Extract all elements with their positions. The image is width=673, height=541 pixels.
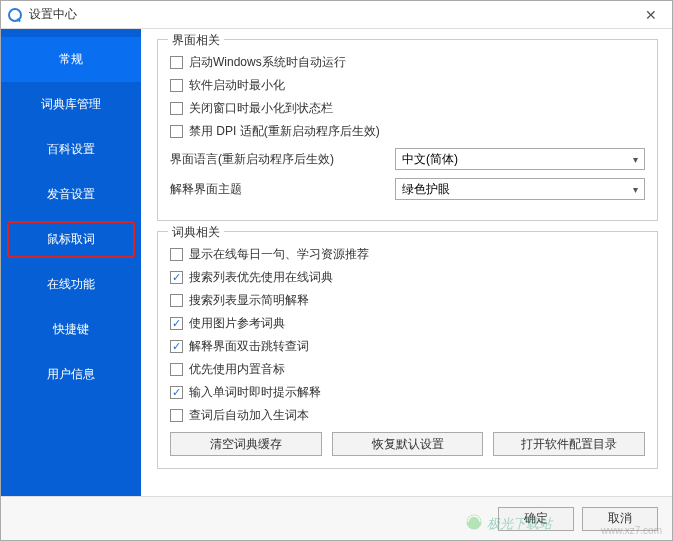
sidebar-item-pronunciation[interactable]: 发音设置 — [1, 172, 141, 217]
chk-disable-dpi-label: 禁用 DPI 适配(重新启动程序后生效) — [189, 123, 380, 140]
watermark-icon — [465, 513, 483, 534]
group-ui: 界面相关 启动Windows系统时自动运行 软件启动时最小化 关闭窗口时最小化到… — [157, 39, 658, 221]
group-ui-title: 界面相关 — [168, 32, 224, 49]
chk-online-first[interactable] — [170, 271, 183, 284]
theme-label: 解释界面主题 — [170, 181, 395, 198]
sidebar-item-mouse-lookup[interactable]: 鼠标取词 — [1, 217, 141, 262]
chk-dblclick[interactable] — [170, 340, 183, 353]
group-dict: 词典相关 显示在线每日一句、学习资源推荐 搜索列表优先使用在线词典 搜索列表显示… — [157, 231, 658, 469]
sidebar-item-user[interactable]: 用户信息 — [1, 352, 141, 397]
settings-window: 设置中心 ✕ 常规 词典库管理 百科设置 发音设置 鼠标取词 在线功能 快捷键 … — [0, 0, 673, 541]
chk-close-tray-label: 关闭窗口时最小化到状态栏 — [189, 100, 333, 117]
chk-instant[interactable] — [170, 386, 183, 399]
chk-autorun-label: 启动Windows系统时自动运行 — [189, 54, 346, 71]
sidebar: 常规 词典库管理 百科设置 发音设置 鼠标取词 在线功能 快捷键 用户信息 — [1, 29, 141, 496]
theme-select[interactable]: 绿色护眼 — [395, 178, 645, 200]
content: 界面相关 启动Windows系统时自动运行 软件启动时最小化 关闭窗口时最小化到… — [141, 29, 672, 496]
chk-daily[interactable] — [170, 248, 183, 261]
chk-autoadd[interactable] — [170, 409, 183, 422]
titlebar: 设置中心 ✕ — [1, 1, 672, 29]
chk-phonetic[interactable] — [170, 363, 183, 376]
clear-cache-button[interactable]: 清空词典缓存 — [170, 432, 322, 456]
body: 常规 词典库管理 百科设置 发音设置 鼠标取词 在线功能 快捷键 用户信息 界面… — [1, 29, 672, 496]
sidebar-item-dict-lib[interactable]: 词典库管理 — [1, 82, 141, 127]
open-config-dir-button[interactable]: 打开软件配置目录 — [493, 432, 645, 456]
sidebar-item-general[interactable]: 常规 — [1, 37, 141, 82]
sidebar-item-shortcuts[interactable]: 快捷键 — [1, 307, 141, 352]
dict-button-row: 清空词典缓存 恢复默认设置 打开软件配置目录 — [170, 432, 645, 456]
window-title: 设置中心 — [29, 6, 636, 23]
restore-defaults-button[interactable]: 恢复默认设置 — [332, 432, 484, 456]
app-icon — [7, 7, 23, 23]
lang-select[interactable]: 中文(简体) — [395, 148, 645, 170]
sidebar-item-encyclopedia[interactable]: 百科设置 — [1, 127, 141, 172]
chk-disable-dpi[interactable] — [170, 125, 183, 138]
close-icon[interactable]: ✕ — [636, 7, 666, 23]
sidebar-item-online[interactable]: 在线功能 — [1, 262, 141, 307]
chk-image-dict[interactable] — [170, 317, 183, 330]
lang-label: 界面语言(重新启动程序后生效) — [170, 151, 395, 168]
chk-brief[interactable] — [170, 294, 183, 307]
svg-point-2 — [467, 515, 482, 530]
group-dict-title: 词典相关 — [168, 224, 224, 241]
chk-autorun[interactable] — [170, 56, 183, 69]
ok-button[interactable]: 确定 — [498, 507, 574, 531]
chk-start-min[interactable] — [170, 79, 183, 92]
chk-close-tray[interactable] — [170, 102, 183, 115]
chk-start-min-label: 软件启动时最小化 — [189, 77, 285, 94]
footer: 极光下载站 www.xz7.com 确定 取消 — [1, 496, 672, 540]
cancel-button[interactable]: 取消 — [582, 507, 658, 531]
